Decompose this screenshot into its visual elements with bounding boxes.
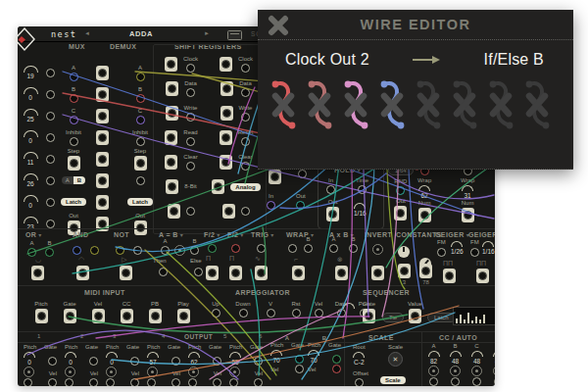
- geiger2-out-jackbox[interactable]: [476, 269, 489, 283]
- not-in2-jack[interactable]: [133, 246, 142, 255]
- vel-jack[interactable]: [213, 378, 221, 386]
- hold-in-jack[interactable]: [326, 185, 335, 194]
- wire-slot[interactable]: [449, 77, 480, 132]
- vel-jack[interactable]: [332, 365, 341, 373]
- in-jack[interactable]: [267, 201, 275, 210]
- value-knob[interactable]: 25: [23, 109, 38, 122]
- geiger1-header[interactable]: GEIGER: [435, 231, 469, 238]
- cc-mod-jack[interactable]: [428, 366, 439, 376]
- arp-jack[interactable]: [267, 309, 275, 318]
- cc-mod-jack[interactable]: [493, 366, 495, 376]
- cc-knob[interactable]: [428, 351, 440, 357]
- input-jack[interactable]: [46, 220, 55, 228]
- arp-v-knob[interactable]: [343, 303, 355, 309]
- register-jackbox[interactable]: [166, 81, 178, 96]
- register-jack[interactable]: [186, 207, 195, 216]
- input-jack[interactable]: [46, 155, 55, 164]
- rnd-out-jackbox[interactable]: [394, 206, 407, 220]
- wire-slot[interactable]: [304, 77, 335, 132]
- invert-in-jack[interactable]: [372, 244, 383, 255]
- register-jackbox[interactable]: [212, 179, 224, 194]
- delete-x-icon[interactable]: [312, 96, 327, 114]
- vel-jack[interactable]: [48, 378, 57, 386]
- value-knob[interactable]: 0: [23, 130, 38, 144]
- seq-input-jack[interactable]: [292, 309, 301, 318]
- demux-c-jack[interactable]: [136, 116, 145, 124]
- mux-a-jack[interactable]: [70, 73, 78, 81]
- pitch-mod-jack[interactable]: [229, 367, 240, 377]
- constant1-jackbox[interactable]: [398, 264, 411, 278]
- mux-inhibit-jack[interactable]: [70, 137, 78, 146]
- demux-jack[interactable]: [136, 176, 145, 185]
- output-number-1[interactable]: 1: [37, 333, 40, 339]
- register-jackbox[interactable]: [165, 130, 177, 145]
- demux-jackbox[interactable]: [96, 152, 109, 167]
- register-jackbox[interactable]: [165, 57, 177, 72]
- wrap2-knob[interactable]: [462, 185, 473, 191]
- keyboard-icon[interactable]: [227, 30, 242, 40]
- mux-ab-toggle[interactable]: AB: [62, 176, 85, 184]
- demux-inhibit-jack[interactable]: [136, 137, 145, 146]
- cc-out-jack[interactable]: [451, 377, 460, 386]
- register-jackbox[interactable]: [220, 155, 232, 170]
- pitch-knob[interactable]: 0: [106, 352, 118, 366]
- pitch-mod-jack[interactable]: [188, 367, 199, 377]
- register-jack[interactable]: [186, 88, 195, 97]
- demux-latch-button[interactable]: Latch: [127, 198, 153, 206]
- register-jack[interactable]: [186, 113, 195, 122]
- pitch-out-jack[interactable]: [188, 378, 197, 386]
- demux-step-jackbox[interactable]: [134, 156, 147, 171]
- seq-input-jack[interactable]: [315, 309, 323, 318]
- register-jack[interactable]: [186, 64, 195, 73]
- wrap-out-jackbox[interactable]: [292, 266, 305, 280]
- cc-mod-jack[interactable]: [450, 366, 461, 376]
- gate-jack[interactable]: [172, 357, 180, 366]
- next-patch-button[interactable]: ►: [204, 30, 210, 36]
- wrap-a-jack[interactable]: [288, 244, 297, 253]
- f2a-header[interactable]: F/2: [204, 231, 220, 238]
- value-knob[interactable]: 0: [23, 87, 38, 101]
- delete-x-icon[interactable]: [529, 96, 545, 114]
- value-knob[interactable]: 11: [23, 152, 38, 166]
- hold-out-jackbox[interactable]: [326, 207, 339, 221]
- wrap1-num-jackbox[interactable]: [418, 208, 431, 222]
- register-jackbox[interactable]: [220, 130, 232, 145]
- register-jackbox[interactable]: [222, 204, 235, 219]
- arp-jack[interactable]: [239, 309, 248, 318]
- pitch-knob[interactable]: 0: [24, 352, 35, 366]
- demux-jackbox[interactable]: [96, 195, 109, 210]
- scale-x-icon[interactable]: ✕: [388, 352, 403, 367]
- mux-b-jack[interactable]: [70, 94, 78, 103]
- pitch-out-jack[interactable]: [24, 378, 32, 386]
- demux-b-jack[interactable]: [136, 94, 145, 103]
- input-jack[interactable]: [46, 90, 55, 99]
- output-number-2[interactable]: 2: [80, 333, 83, 339]
- pitch-out-jack[interactable]: [147, 378, 156, 386]
- or-header[interactable]: OR: [25, 231, 42, 238]
- root-knob[interactable]: Root C-2: [353, 344, 366, 366]
- hold-time-jack[interactable]: [358, 185, 367, 194]
- f2a-in-jack[interactable]: [208, 244, 217, 253]
- pitch-out-jack[interactable]: [229, 378, 238, 386]
- delete-x-icon[interactable]: [384, 96, 400, 114]
- cc-knob[interactable]: [450, 351, 462, 357]
- gate-jack[interactable]: [332, 355, 341, 364]
- geiger2-fm-jack[interactable]: [470, 248, 479, 257]
- demux-out-jackbox[interactable]: [134, 220, 147, 235]
- register-jack[interactable]: [241, 113, 250, 122]
- register-jack[interactable]: [241, 207, 250, 216]
- register-jackbox[interactable]: [220, 57, 232, 72]
- vel-jack[interactable]: [295, 365, 304, 373]
- aeb-compare-jack[interactable]: [174, 245, 185, 256]
- seq-gate-jackbox[interactable]: [363, 309, 375, 323]
- io-jack[interactable]: [298, 170, 307, 178]
- seq-value-jackbox[interactable]: [409, 309, 421, 323]
- io-jackbox[interactable]: [269, 170, 281, 184]
- rnd-jack[interactable]: [396, 186, 405, 195]
- wire-slot[interactable]: [485, 77, 516, 132]
- register-jack[interactable]: [241, 64, 250, 73]
- register-jack[interactable]: [241, 137, 250, 146]
- pitch-knob[interactable]: 57: [147, 352, 159, 366]
- wire-slot[interactable]: [340, 77, 371, 132]
- pitch-knob[interactable]: 62: [188, 352, 200, 366]
